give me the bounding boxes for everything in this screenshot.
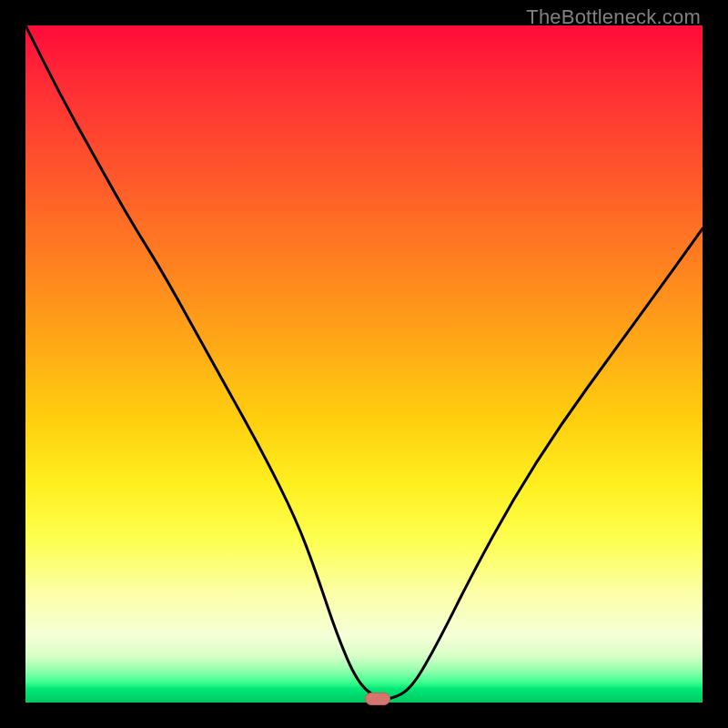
bottleneck-curve [25, 25, 703, 703]
plot-area [25, 25, 703, 703]
optimal-marker [365, 693, 390, 705]
chart-frame: TheBottleneck.com [0, 0, 728, 728]
watermark-text: TheBottleneck.com [526, 5, 701, 29]
